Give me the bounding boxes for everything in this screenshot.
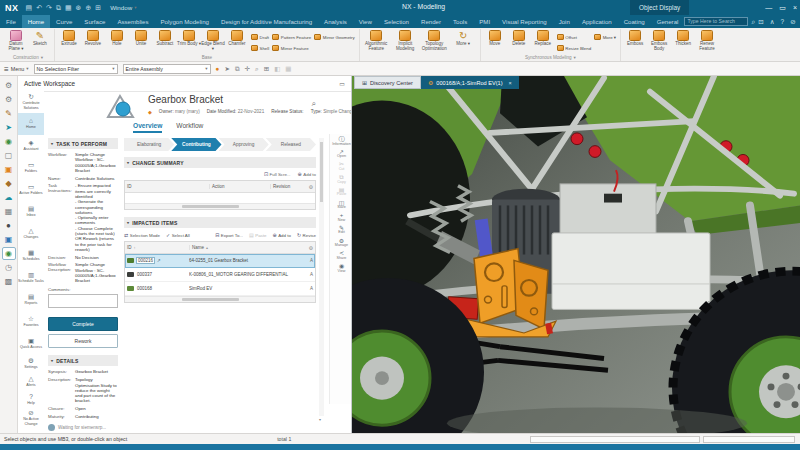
clock-icon[interactable]: ◷ — [2, 261, 16, 274]
side-action-button[interactable]: ⓘ Information — [332, 136, 350, 146]
nav-item[interactable]: ⌂ Home — [18, 113, 44, 135]
side-action-button[interactable]: ▤ Paste — [337, 187, 346, 197]
ribbon-button[interactable]: Hole — [105, 29, 129, 54]
change-summary-header[interactable]: ▾ CHANGE SUMMARY — [124, 157, 316, 168]
ribbon-tab[interactable]: Home — [22, 15, 50, 28]
undock-icon[interactable]: ▭ — [339, 80, 345, 87]
workflow-state[interactable]: Released — [266, 138, 316, 151]
column-header-id[interactable]: ID — [127, 184, 209, 189]
3d-model-simrod-ev[interactable] — [352, 76, 800, 433]
toolbar-button[interactable]: ⊟ Export To... — [215, 232, 243, 238]
close-icon[interactable]: × — [509, 80, 512, 86]
ribbon-tab[interactable]: Render — [415, 15, 447, 28]
toolbar-button[interactable]: ⊕ Add to — [298, 171, 316, 177]
building-icon[interactable]: ▦ — [2, 205, 16, 218]
ribbon-button[interactable]: Datum Plane ▾ — [4, 29, 28, 54]
contextual-tab-object-display[interactable]: Object Display — [630, 0, 689, 15]
menu-button[interactable]: ☰ Menu ▾ — [4, 66, 29, 72]
window-menu[interactable]: Window ▾ — [110, 4, 136, 11]
side-action-button[interactable]: ✎ Edit — [338, 225, 344, 235]
workflow-state[interactable]: Approving — [219, 138, 269, 151]
ribbon-button[interactable]: ↻ More ▾ — [449, 29, 478, 54]
globe-icon[interactable]: ◉ — [2, 135, 16, 148]
nav-item[interactable]: ▤ Inbox — [18, 201, 44, 223]
command-finder-icon[interactable]: ⊕ — [85, 4, 91, 12]
ribbon-button[interactable]: Algorithmic Feature — [362, 29, 391, 54]
snap-point-icon[interactable]: ● — [216, 65, 220, 72]
redo-icon[interactable]: ↷ — [46, 4, 52, 12]
column-header-revision[interactable]: Revision — [270, 184, 303, 189]
vertical-scrollbar[interactable]: ▾ — [319, 138, 324, 416]
task-section-header[interactable]: ▾ TASK TO PERFORM — [48, 138, 118, 149]
nav-item[interactable]: ⚙ Settings — [18, 355, 44, 373]
side-action-button[interactable]: ⧉ Copy — [337, 174, 346, 184]
checkerboard-icon[interactable]: ▩ — [2, 275, 16, 288]
gears-icon[interactable]: ⚙ — [2, 93, 16, 106]
fullscreen-icon[interactable]: ⊡ — [758, 18, 763, 26]
save-icon[interactable]: ▤ — [26, 4, 33, 12]
cloud-icon[interactable]: ☁ — [2, 191, 16, 204]
select-cursor-icon[interactable]: ➤ — [225, 65, 230, 73]
minimize-button[interactable]: — — [765, 4, 772, 11]
ribbon-tab[interactable]: View — [353, 15, 378, 28]
copy-icon[interactable]: ⧉ — [56, 4, 61, 12]
ribbon-button[interactable]: Edge Blend ▾ — [201, 29, 225, 54]
search-input[interactable] — [684, 17, 748, 26]
ribbon-tab[interactable]: Polygon Modeling — [155, 15, 215, 28]
ribbon-tab[interactable]: Design for Additive Manufacturing — [215, 15, 318, 28]
side-action-button[interactable]: ≺ Share — [337, 250, 347, 260]
ribbon-button[interactable]: Delete — [507, 29, 531, 54]
restore-button[interactable]: ▭ — [779, 4, 786, 12]
close-button[interactable]: × — [793, 4, 797, 11]
tab-workflow[interactable]: Workflow — [176, 122, 203, 133]
tab-part-simrod-ev[interactable]: ⚙ 000168/A;1-SimRod EV(1) × — [421, 76, 519, 89]
brush-icon[interactable]: ◆ — [2, 177, 16, 190]
ribbon-button[interactable]: Subtract — [153, 29, 177, 54]
ribbon-button[interactable]: Draft — [251, 32, 269, 42]
horizontal-scrollbar[interactable] — [125, 296, 315, 302]
toolbar-button[interactable]: ⇄ Selection Mode — [124, 232, 160, 238]
ribbon-tab[interactable]: Curve — [50, 15, 78, 28]
nav-item[interactable]: ▦ Schedules — [18, 245, 44, 267]
workflow-state[interactable]: Elaborating — [124, 138, 174, 151]
general-selection-icon[interactable]: ✛ — [245, 65, 250, 73]
selection-scope-icon[interactable]: ⧉ — [235, 65, 240, 73]
ribbon-tab[interactable]: File — [0, 15, 22, 28]
column-header-name[interactable]: Name ▴ — [189, 245, 303, 250]
nav-item[interactable]: △ Changes — [18, 223, 44, 245]
monitor-icon[interactable]: ▣ — [2, 233, 16, 246]
shaded-view-icon[interactable]: ◧ — [274, 65, 280, 73]
ribbon-tab[interactable]: Tools — [447, 15, 473, 28]
ribbon-button[interactable]: Mirror Geometry — [314, 32, 354, 42]
side-action-button[interactable]: ◉ View — [338, 263, 346, 273]
window-select-icon[interactable]: ⊞ — [264, 65, 269, 73]
nav-item[interactable]: △ Alerts — [18, 373, 44, 391]
sphere-icon[interactable]: ● — [2, 219, 16, 232]
horizontal-scrollbar[interactable] — [125, 203, 315, 209]
ribbon-tab[interactable]: Coating — [618, 15, 651, 28]
pencil-tools-icon[interactable]: ✎ — [2, 107, 16, 120]
details-section-header[interactable]: ▾ DETAILS — [48, 355, 118, 366]
nav-item[interactable]: ▤ Reports — [18, 289, 44, 311]
nav-item[interactable]: ▭ Active Folders — [18, 179, 44, 201]
ribbon-tab[interactable]: Selection — [378, 15, 415, 28]
ribbon-button[interactable]: Implicit Modeling — [391, 29, 420, 54]
impacted-item-row[interactable]: 000216 ↗ 64-0255_01 Gearbox Bracket A — [125, 254, 315, 268]
tab-discovery-center[interactable]: ⊞ Discovery Center — [354, 76, 421, 89]
column-header-id[interactable]: ID ↕ — [127, 245, 189, 250]
help-icon[interactable]: ? — [781, 18, 785, 25]
nav-item[interactable]: ? Help — [18, 391, 44, 409]
impacted-item-row[interactable]: 000337 ↗ K-00806_01_MOTOR GEARING DIFFER… — [125, 268, 315, 282]
ribbon-tab[interactable]: Application — [576, 15, 618, 28]
side-action-button[interactable]: ✂ Cut — [339, 161, 345, 171]
toolbar-button[interactable]: ⊡ Full Scre... — [264, 171, 291, 177]
side-action-button[interactable]: + New — [338, 212, 345, 222]
ribbon-button[interactable]: Mirror Feature — [272, 43, 311, 53]
inverter-box[interactable] — [560, 184, 656, 237]
magnifier-icon[interactable]: ⌕ — [751, 18, 755, 26]
ribbon-button[interactable]: Revolve — [81, 29, 105, 54]
selection-scope-select[interactable]: Entire Assembly▾ — [123, 64, 211, 74]
orange-panel-icon[interactable]: ▣ — [2, 163, 16, 176]
search-icon[interactable]: ⌕ — [312, 99, 316, 109]
nav-item[interactable]: ▣ Quick Access — [18, 333, 44, 355]
